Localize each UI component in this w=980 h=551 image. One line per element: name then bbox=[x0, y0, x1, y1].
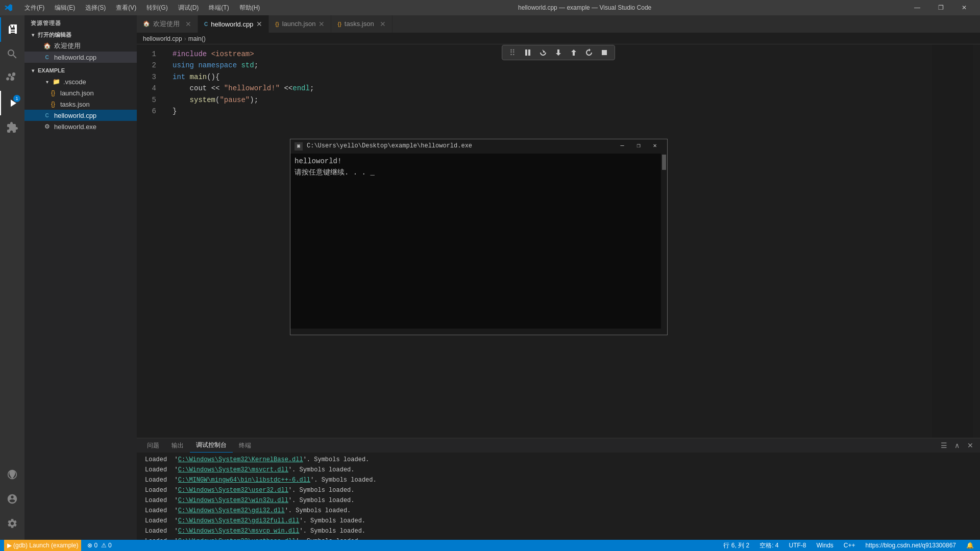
line-num-1: 1 bbox=[137, 48, 156, 60]
open-editors-header[interactable]: ▾ 打开的编辑器 bbox=[24, 29, 137, 40]
code-line-5: system("pause"); bbox=[162, 94, 980, 106]
debug-stop-button[interactable] bbox=[597, 46, 611, 59]
close-button[interactable]: ✕ bbox=[952, 0, 976, 15]
tab-tasks-close[interactable]: ✕ bbox=[380, 20, 386, 28]
open-editor-welcome[interactable]: 🏠 欢迎使用 ✕ bbox=[24, 40, 137, 52]
menu-item-t[interactable]: 终端(T) bbox=[205, 3, 233, 13]
tab-launch-json[interactable]: {} launch.json ✕ bbox=[269, 15, 331, 33]
status-eol[interactable]: Winds bbox=[814, 542, 835, 549]
debug-step-into-button[interactable] bbox=[551, 46, 566, 59]
panel-tab-debug-console[interactable]: 调试控制台 bbox=[190, 438, 233, 453]
menu-item-f[interactable]: 文件(F) bbox=[20, 3, 48, 13]
open-editors-label: 打开的编辑器 bbox=[38, 31, 71, 39]
tab-helloworld-cpp[interactable]: C helloworld.cpp ✕ bbox=[198, 15, 269, 33]
status-debug-session[interactable]: ▶ (gdb) Launch (example) bbox=[4, 540, 81, 551]
popup-minimize-button[interactable]: — bbox=[614, 141, 630, 152]
chevron-down-icon: ▾ bbox=[29, 31, 37, 39]
line-num-6: 6 bbox=[137, 106, 156, 117]
encoding-label: UTF-8 bbox=[789, 542, 806, 549]
spaces-label: 空格: 4 bbox=[760, 541, 778, 550]
activity-extensions[interactable] bbox=[0, 115, 24, 140]
debug-restart-button[interactable] bbox=[582, 46, 596, 59]
vscode-folder[interactable]: ▾ 📁 .vscode bbox=[24, 76, 137, 87]
json-file-icon-2: {} bbox=[49, 100, 57, 108]
activity-remote[interactable] bbox=[0, 462, 24, 487]
panel-tab-problems[interactable]: 问题 bbox=[141, 438, 165, 453]
breadcrumb-symbol[interactable]: main() bbox=[188, 35, 206, 42]
activity-run-debug[interactable]: 1 bbox=[0, 91, 24, 115]
popup-scrollbar[interactable] bbox=[661, 154, 667, 329]
panel-content[interactable]: Loaded 'C:\Windows\System32\KernelBase.d… bbox=[137, 453, 980, 540]
popup-maximize-button[interactable]: ❐ bbox=[630, 141, 647, 152]
panel-actions: ☰ ∧ ✕ bbox=[938, 440, 976, 451]
status-notification-bell[interactable]: 🔔 bbox=[964, 542, 976, 549]
launch-json[interactable]: {} launch.json bbox=[24, 87, 137, 98]
open-editor-helloworld[interactable]: C helloworld.cpp ✕ bbox=[24, 52, 137, 63]
error-icon: ⊗ bbox=[87, 542, 92, 549]
tab-tasks-json[interactable]: {} tasks.json ✕ bbox=[331, 15, 393, 33]
welcome-icon: 🏠 bbox=[43, 42, 51, 50]
status-bar-left: ▶ (gdb) Launch (example) ⊗ 0 ⚠ 0 bbox=[4, 540, 114, 551]
line-num-2: 2 bbox=[137, 60, 156, 71]
menu-item-v[interactable]: 查看(V) bbox=[112, 3, 140, 13]
activity-explorer[interactable] bbox=[0, 17, 24, 42]
debug-drag-handle[interactable]: ⠿ bbox=[505, 46, 520, 59]
open-editor-helloworld-label: helloworld.cpp bbox=[54, 54, 96, 61]
activity-search[interactable] bbox=[0, 42, 24, 66]
editor-area: ⠿ bbox=[137, 15, 980, 540]
tab-welcome[interactable]: 🏠 欢迎使用 ✕ bbox=[137, 15, 198, 33]
code-line-6: } bbox=[162, 106, 980, 117]
panel-list-icon[interactable]: ☰ bbox=[938, 440, 949, 451]
popup-scrollbar-bottom[interactable] bbox=[290, 329, 667, 335]
breadcrumb-file[interactable]: helloworld.cpp bbox=[143, 35, 182, 42]
language-label: C++ bbox=[844, 542, 855, 549]
panel-tab-terminal[interactable]: 终端 bbox=[233, 438, 257, 453]
menu-item-s[interactable]: 选择(S) bbox=[81, 3, 110, 13]
tab-launch-close[interactable]: ✕ bbox=[318, 20, 325, 28]
status-feedback[interactable]: https://blog.csdn.net/q913300867 bbox=[864, 542, 958, 549]
popup-line-1: helloworld! bbox=[295, 156, 657, 167]
breadcrumb: helloworld.cpp › main() bbox=[137, 33, 980, 44]
debug-step-out-button[interactable] bbox=[567, 46, 581, 59]
status-errors[interactable]: ⊗ 0 ⚠ 0 bbox=[85, 542, 113, 549]
svg-rect-2 bbox=[528, 49, 530, 56]
helloworld-exe-file[interactable]: ⚙ helloworld.exe bbox=[24, 121, 137, 132]
title-bar-title: helloworld.cpp — example — Visual Studio… bbox=[518, 4, 651, 11]
menu-item-h[interactable]: 帮助(H) bbox=[235, 3, 264, 13]
popup-window[interactable]: ▣ C:\Users\yello\Desktop\example\hellowo… bbox=[290, 139, 668, 335]
code-editor[interactable]: 1 2 3 4 5 6 #include <iostream> using na… bbox=[137, 44, 980, 438]
panel-collapse-icon[interactable]: ∧ bbox=[951, 440, 963, 451]
status-spaces[interactable]: 空格: 4 bbox=[757, 541, 780, 550]
popup-scroll-thumb[interactable] bbox=[662, 155, 666, 170]
popup-body: helloworld! 请按任意键继续. . . _ bbox=[290, 154, 667, 329]
tab-helloworld-label: helloworld.cpp bbox=[211, 20, 253, 28]
menu-item-e[interactable]: 编辑(E) bbox=[51, 3, 79, 13]
tab-welcome-close[interactable]: ✕ bbox=[185, 20, 191, 28]
status-language[interactable]: C++ bbox=[842, 542, 857, 549]
maximize-button[interactable]: ❐ bbox=[929, 0, 952, 15]
status-bar: ▶ (gdb) Launch (example) ⊗ 0 ⚠ 0 行 6, 列 … bbox=[0, 540, 980, 551]
svg-rect-3 bbox=[602, 50, 607, 55]
status-position[interactable]: 行 6, 列 2 bbox=[721, 541, 751, 550]
tab-helloworld-close[interactable]: ✕ bbox=[256, 20, 262, 28]
activity-account[interactable] bbox=[0, 487, 24, 511]
editor-scrollbar[interactable] bbox=[973, 44, 980, 438]
menu-item-d[interactable]: 调试(D) bbox=[174, 3, 203, 13]
title-bar: 文件(F)编辑(E)选择(S)查看(V)转到(G)调试(D)终端(T)帮助(H)… bbox=[0, 0, 980, 15]
example-header[interactable]: ▾ EXAMPLE bbox=[24, 65, 137, 76]
activity-settings[interactable] bbox=[0, 511, 24, 536]
panel-tab-output[interactable]: 输出 bbox=[165, 438, 190, 453]
popup-close-button[interactable]: ✕ bbox=[647, 141, 663, 152]
debug-pause-button[interactable] bbox=[521, 46, 535, 59]
activity-source-control[interactable] bbox=[0, 66, 24, 91]
debug-step-over-button[interactable] bbox=[536, 46, 550, 59]
panel-close-icon[interactable]: ✕ bbox=[965, 440, 976, 451]
minimize-button[interactable]: — bbox=[905, 0, 929, 15]
cpp-tab-icon: C bbox=[204, 21, 208, 27]
tasks-json[interactable]: {} tasks.json bbox=[24, 98, 137, 110]
debug-line-4: Loaded 'C:\Windows\System32\user32.dll'.… bbox=[137, 485, 980, 495]
menu-item-g[interactable]: 转到(G) bbox=[142, 3, 172, 13]
helloworld-cpp-file[interactable]: C helloworld.cpp bbox=[24, 110, 137, 121]
status-encoding[interactable]: UTF-8 bbox=[787, 542, 808, 549]
title-bar-menu: 文件(F)编辑(E)选择(S)查看(V)转到(G)调试(D)终端(T)帮助(H) bbox=[20, 3, 264, 13]
